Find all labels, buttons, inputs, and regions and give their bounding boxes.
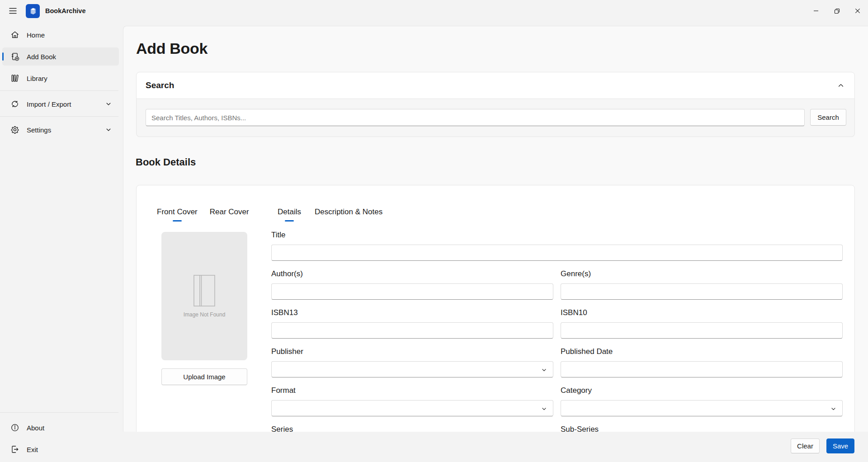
sidebar-item-exit[interactable]: Exit [2,440,119,458]
sidebar-item-library[interactable]: Library [2,69,119,87]
selected-indicator [2,52,4,61]
isbn13-input[interactable] [271,322,553,339]
hamburger-icon [9,8,17,14]
page-title: Add Book [136,40,208,57]
sync-icon [10,99,19,108]
search-expander: Search Search [136,72,855,137]
hamburger-menu-button[interactable] [5,3,21,19]
field-sub-series: Sub-Series [561,425,843,432]
chevron-down-icon [830,406,836,412]
restore-button[interactable] [826,0,847,22]
sidebar-item-label: Exit [27,446,38,453]
published-date-label: Published Date [561,347,843,357]
sidebar-item-home[interactable]: Home [2,26,119,44]
app-title: BookArchive [45,0,85,22]
genres-input[interactable] [561,283,843,300]
format-combobox[interactable] [271,400,553,416]
content-pane: Add Book Search Search Book Details Fron… [123,26,868,432]
minimize-icon [813,8,819,14]
sidebar-item-label: About [27,424,44,432]
close-button[interactable] [847,0,868,22]
cover-tabs: Front Cover Rear Cover [157,207,249,217]
isbn13-label: ISBN13 [271,308,553,318]
field-series: Series [271,425,553,432]
search-expander-title: Search [146,80,174,90]
isbn10-input[interactable] [561,322,843,339]
book-details-section-title: Book Details [136,156,196,168]
sidebar-item-import-export[interactable]: Import / Export [2,95,119,113]
sidebar-item-label: Library [27,75,47,82]
field-category: Category [561,386,843,416]
book-stack-icon [28,6,38,16]
restore-icon [834,8,840,14]
sidebar-item-label: Settings [27,126,51,134]
authors-input[interactable] [271,283,553,300]
app-logo [26,4,40,18]
detail-tabs: Details Description & Notes [278,207,382,217]
title-bar: BookArchive [0,0,868,22]
published-date-input[interactable] [561,361,843,377]
close-icon [855,8,860,14]
title-label: Title [271,231,843,240]
chevron-down-icon [541,406,547,412]
tab-front-cover[interactable]: Front Cover [157,207,198,217]
field-isbn13: ISBN13 [271,308,553,339]
search-expander-header[interactable]: Search [136,72,855,99]
field-authors: Author(s) [271,269,553,300]
field-genres: Genre(s) [561,269,843,300]
footer-actions: Clear Save [791,438,854,453]
sidebar-separator [0,90,118,91]
genres-label: Genre(s) [561,269,843,279]
format-label: Format [271,386,553,396]
field-format: Format [271,386,553,416]
field-isbn10: ISBN10 [561,308,843,339]
search-button[interactable]: Search [810,109,846,126]
sidebar-item-label: Add Book [27,53,56,61]
title-input[interactable] [271,245,843,261]
book-form: Title Author(s) Genre(s) ISBN13 ISBN10 [271,231,843,432]
tab-description-notes[interactable]: Description & Notes [315,207,382,217]
clear-button[interactable]: Clear [791,438,820,453]
chevron-down-icon [105,101,112,107]
gear-icon [10,125,19,134]
chevron-down-icon [105,127,112,133]
library-icon [10,74,19,83]
info-icon [10,423,19,432]
book-details-card: Front Cover Rear Cover Details Descripti… [136,185,855,432]
sidebar: Home Add Book Library Import / Export [0,22,123,462]
publisher-combobox[interactable] [271,361,553,377]
category-combobox[interactable] [561,400,843,416]
sub-series-label: Sub-Series [561,425,843,432]
chevron-up-icon [837,82,844,89]
series-label: Series [271,425,553,432]
field-title: Title [271,231,843,261]
sidebar-separator [0,116,118,117]
field-publisher: Publisher [271,347,553,377]
cover-image-placeholder: Image Not Found [161,232,247,360]
sidebar-item-about[interactable]: About [2,419,119,437]
minimize-button[interactable] [806,0,826,22]
exit-icon [10,445,19,454]
publisher-label: Publisher [271,347,553,357]
search-expander-content: Search [136,99,855,137]
caption-buttons [806,0,868,22]
image-not-found-text: Image Not Found [184,311,226,318]
sidebar-item-label: Home [27,31,45,39]
chevron-down-icon [541,367,547,373]
category-label: Category [561,386,843,396]
upload-image-button[interactable]: Upload Image [161,368,247,385]
field-published-date: Published Date [561,347,843,377]
tab-rear-cover[interactable]: Rear Cover [210,207,249,217]
add-book-icon [10,52,19,61]
sidebar-item-add-book[interactable]: Add Book [2,47,119,66]
tab-details[interactable]: Details [278,207,301,217]
authors-label: Author(s) [271,269,553,279]
save-button[interactable]: Save [826,438,854,453]
home-icon [10,30,19,39]
search-input[interactable] [146,109,805,126]
sidebar-separator [0,412,118,413]
book-outline-icon [193,274,216,307]
sidebar-item-settings[interactable]: Settings [2,121,119,139]
isbn10-label: ISBN10 [561,308,843,318]
sidebar-item-label: Import / Export [27,100,71,108]
